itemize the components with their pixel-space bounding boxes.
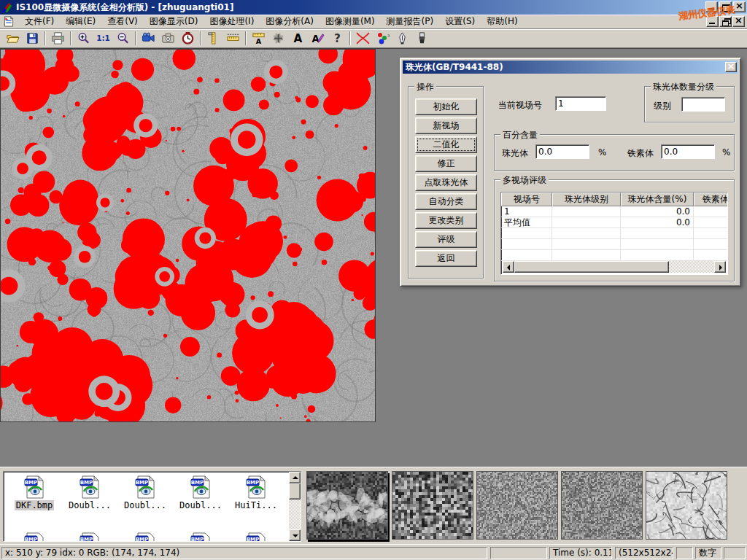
file-item[interactable]: BMP (174, 532, 227, 542)
scroll-left-button[interactable] (503, 261, 514, 273)
calibrate-button[interactable]: A (249, 30, 268, 47)
edit-annotation-button[interactable]: A (308, 30, 328, 47)
scrollbar-track[interactable] (669, 261, 714, 273)
file-item[interactable]: BMP DKF.bmp (8, 475, 61, 510)
file-item[interactable]: BMP Doubl... (119, 475, 171, 510)
menu-item-edit[interactable]: 编辑(E) (60, 14, 101, 29)
mdi-restore-button[interactable] (719, 16, 732, 27)
file-item[interactable]: BMP (63, 532, 116, 542)
text-annotation-button[interactable]: A (288, 30, 308, 47)
table-row[interactable]: 平均值 0.0 (501, 217, 727, 228)
thumbnail-3 (477, 472, 557, 539)
save-button[interactable] (23, 30, 42, 47)
file-item[interactable]: BMP HuiTi... (230, 475, 282, 510)
video-capture-button[interactable] (139, 30, 158, 47)
zoom-out-button[interactable] (113, 30, 133, 47)
file-item[interactable]: BMP (230, 532, 282, 542)
micrograph[interactable] (1, 50, 375, 421)
menu-item-image-processing[interactable]: 图像处理(I) (204, 14, 260, 29)
cell (552, 228, 621, 238)
caliper-measure-button[interactable] (204, 30, 223, 47)
file-item[interactable]: BMP (119, 532, 171, 542)
thumbnail-item[interactable] (561, 471, 643, 540)
file-name: DKF.bmp (15, 500, 55, 510)
zoom-actual-size-button[interactable]: 1:1 (93, 30, 113, 47)
dialog-close-button[interactable] (725, 62, 737, 72)
pen-tool-button[interactable] (392, 30, 412, 47)
menu-item-file[interactable]: 文件(F) (19, 14, 60, 29)
thumbnail-item[interactable] (392, 471, 473, 540)
change-class-button[interactable]: 更改类别 (415, 212, 477, 229)
thumbnail-item[interactable] (306, 471, 388, 540)
correct-button[interactable]: 修正 (415, 155, 477, 172)
menu-item-image-display[interactable]: 图像显示(D) (144, 14, 204, 29)
col-ferrite: 铁素体 (694, 192, 728, 206)
vertical-caliper-icon (206, 31, 220, 45)
minimize-button[interactable] (705, 1, 718, 12)
scroll-up-button[interactable] (289, 472, 301, 483)
scrollbar-thumb[interactable] (514, 261, 669, 273)
menu-item-settings[interactable]: 设置(S) (439, 14, 481, 29)
table-row[interactable] (501, 250, 727, 261)
return-button[interactable]: 返回 (415, 250, 477, 267)
table-row[interactable] (501, 228, 727, 239)
svg-text:3: 3 (387, 34, 390, 38)
document-icon[interactable] (3, 16, 15, 27)
menu-item-image-measure[interactable]: 图像测量(M) (320, 14, 381, 29)
maximize-button[interactable] (719, 1, 732, 12)
binarize-button[interactable]: 二值化 (415, 136, 477, 153)
timer-button[interactable] (178, 30, 198, 47)
grid-overlay-button[interactable] (268, 30, 288, 47)
curve-cross-icon (355, 31, 371, 46)
table-row[interactable] (501, 239, 727, 250)
operations-group: 操作 初始化 新视场 二值化 修正 点取珠光体 自动分类 更改类别 评级 返回 (408, 86, 484, 279)
pearlite-percent-input[interactable] (535, 144, 589, 159)
zoom-in-button[interactable] (74, 30, 93, 47)
initialize-button[interactable]: 初始化 (415, 98, 477, 115)
new-field-button[interactable]: 新视场 (415, 117, 477, 134)
menu-item-view[interactable]: 查看(V) (101, 14, 144, 29)
file-item[interactable]: BMP Doubl... (174, 475, 227, 510)
menu-item-image-analysis[interactable]: 图像分析(A) (260, 14, 320, 29)
file-item[interactable]: BMP (8, 532, 61, 542)
bmp-file-icon: BMP (78, 532, 101, 542)
ruler-text-icon: A (252, 31, 266, 45)
grade-input[interactable] (681, 97, 725, 112)
thumbnail-item[interactable] (646, 471, 727, 540)
close-button[interactable] (733, 1, 746, 12)
menu-item-help[interactable]: 帮助(H) (481, 14, 523, 29)
table-row[interactable]: 1 0.0 (501, 206, 727, 217)
cell (694, 250, 728, 260)
horizontal-ruler-icon (226, 31, 240, 45)
menu-bar: 文件(F) 编辑(E) 查看(V) 图像显示(D) 图像处理(I) 图像分析(A… (0, 15, 747, 29)
ferrite-percent-input[interactable] (661, 144, 715, 159)
mdi-minimize-button[interactable] (706, 16, 719, 27)
zoom-out-icon (116, 31, 130, 45)
open-file-button[interactable] (3, 30, 23, 47)
pick-pearlite-button[interactable]: 点取珠光体 (415, 174, 477, 191)
svg-text:1:1: 1:1 (96, 34, 110, 42)
thumbnail-item[interactable] (476, 471, 558, 540)
brush-tool-button[interactable] (412, 30, 432, 47)
snapshot-button[interactable] (158, 30, 178, 47)
scroll-down-button[interactable] (289, 529, 301, 541)
menu-item-measure-report[interactable]: 测量报告(P) (381, 14, 440, 29)
curve-trace-button[interactable] (353, 30, 373, 47)
scrollbar-thumb[interactable] (289, 483, 301, 499)
dialog-title-bar[interactable]: 珠光体(GB/T9441-88) (403, 61, 738, 74)
col-field-number: 视场号 (501, 192, 552, 206)
pen-nib-icon (395, 31, 409, 45)
file-item[interactable]: BMP Doubl... (63, 475, 116, 510)
mdi-close-button[interactable] (732, 16, 745, 27)
count-markers-button[interactable]: 3 (373, 30, 392, 47)
print-button[interactable] (48, 30, 68, 47)
ferrite-label: 铁素体 (627, 147, 654, 160)
current-field-input[interactable] (555, 96, 606, 111)
auto-classify-button[interactable]: 自动分类 (415, 193, 477, 210)
ruler-measure-button[interactable] (223, 30, 243, 47)
help-button[interactable]: ? (328, 30, 347, 47)
image-browser-panel: BMP DKF.bmp BMP Doubl... (0, 467, 747, 544)
thumbnail-2 (392, 472, 473, 539)
scroll-right-button[interactable] (714, 261, 726, 273)
rate-button[interactable]: 评级 (415, 231, 477, 248)
